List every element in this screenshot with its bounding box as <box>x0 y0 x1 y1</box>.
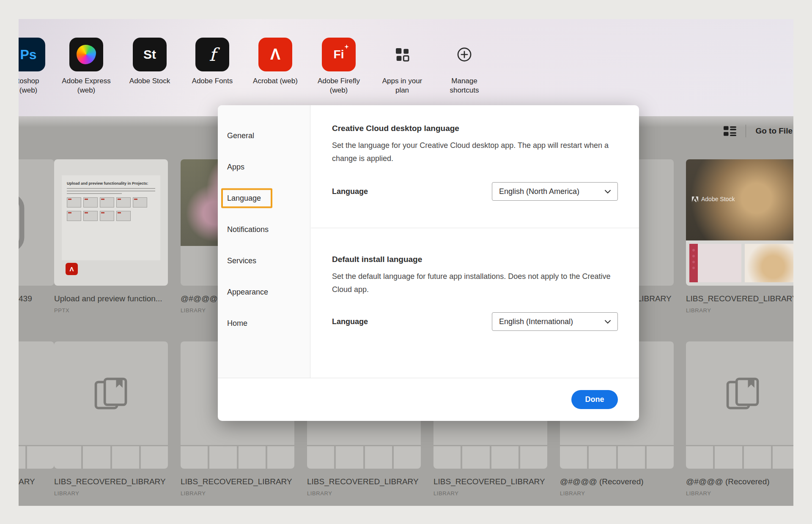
adobe-logo-icon <box>692 196 698 202</box>
library-card-cut-left[interactable]: 439 <box>19 159 54 303</box>
app-shortcuts-header: Ps toshop (web) Adobe Express (web) St A… <box>19 19 793 116</box>
acrobat-icon: Λ <box>258 38 292 71</box>
card-subtitle: LIBRARY <box>54 490 168 497</box>
library-toolbar: Go to File <box>724 124 793 138</box>
app-shortcut-adobe-stock[interactable]: St Adobe Stock <box>118 38 181 86</box>
firefly-star-icon <box>344 44 349 49</box>
photoshop-icon-label: Ps <box>20 47 36 63</box>
app-shortcut-adobe-firefly[interactable]: Fi Adobe Firefly (web) <box>307 38 370 95</box>
language-label: Language <box>332 187 368 196</box>
library-sub-thumbnails <box>686 240 793 286</box>
ui-screenshot-thumb <box>689 244 741 282</box>
adobe-stock-watermark: Adobe Stock <box>692 196 735 202</box>
section-title-install-language: Default install language <box>332 255 618 264</box>
plus-circle-icon <box>456 46 472 63</box>
desktop-language-dropdown[interactable]: English (North America) <box>492 182 618 201</box>
card-subtitle: LIBRARY <box>433 490 547 497</box>
dropdown-value: English (International) <box>499 317 573 326</box>
app-shortcut-label: Adobe Fonts <box>181 76 244 86</box>
adobe-stock-icon: St <box>133 38 167 71</box>
card-title: @#@@@ (Recovered) <box>686 477 793 486</box>
preview-heading: Upload and preview functionality in Proj… <box>67 181 155 186</box>
sidebar-item-notifications[interactable]: Notifications <box>218 214 310 245</box>
app-shortcut-acrobat-web[interactable]: Λ Acrobat (web) <box>244 38 307 86</box>
library-thumbnail <box>54 341 168 469</box>
install-language-field: Language English (International) <box>332 312 618 331</box>
app-shortcut-label: Adobe Firefly (web) <box>307 76 370 95</box>
lion-stock-photo: Adobe Stock <box>686 159 793 240</box>
section-description: Set the default language for future app … <box>332 270 615 296</box>
sidebar-item-home[interactable]: Home <box>218 308 310 339</box>
app-shortcut-label: Acrobat (web) <box>244 76 307 86</box>
fonts-icon-label: f <box>209 44 216 65</box>
dialog-footer: Done <box>218 378 639 421</box>
sidebar-item-language[interactable]: Language <box>218 183 310 214</box>
app-shortcut-label: Apps in your plan <box>370 76 434 95</box>
desktop-language-field: Language English (North America) <box>332 182 618 201</box>
sidebar-item-general[interactable]: General <box>218 120 310 151</box>
document-preview: Upload and preview functionality in Proj… <box>62 175 160 260</box>
app-shortcut-manage-shortcuts[interactable]: Manage shortcuts <box>433 38 496 95</box>
app-shortcut-adobe-fonts[interactable]: f Adobe Fonts <box>181 38 244 86</box>
app-shortcut-apps-in-plan[interactable]: Apps in your plan <box>370 38 434 95</box>
library-thumbnail <box>19 341 54 469</box>
sidebar-item-apps[interactable]: Apps <box>218 151 310 183</box>
settings-sidebar: General Apps Language Notifications Serv… <box>218 105 310 378</box>
apps-grid-icon <box>394 46 411 63</box>
stacked-pages-icon <box>92 374 131 413</box>
section-title-desktop-language: Creative Cloud desktop language <box>332 124 618 133</box>
sidebar-item-services[interactable]: Services <box>218 245 310 276</box>
card-title: 439 <box>19 294 54 303</box>
apps-grid-icon <box>385 38 419 71</box>
adobe-fonts-icon: f <box>195 38 229 71</box>
view-options-icon[interactable] <box>724 126 736 136</box>
library-card[interactable]: @#@@@ (Recovered) LIBRARY <box>686 341 793 497</box>
card-title: LIBS_RECOVERED_LIBRARY <box>54 477 168 486</box>
stacked-pages-icon <box>724 374 763 413</box>
adobe-firefly-icon: Fi <box>322 38 356 71</box>
card-title: LIBS_RECOVERED_LIBRARY <box>433 477 547 486</box>
section-description: Set the language for your Creative Cloud… <box>332 139 615 165</box>
plus-circle-icon <box>447 38 481 71</box>
done-button[interactable]: Done <box>571 390 618 409</box>
install-language-dropdown[interactable]: English (International) <box>492 312 618 331</box>
library-card-lion[interactable]: Adobe Stock LIBS_RECOVERED_LIBRARY LIBRA… <box>686 159 793 314</box>
card-title: LIBS_RECOVERED_LIBRARY <box>307 477 421 486</box>
app-shortcut-label: Adobe Stock <box>118 76 181 86</box>
section-divider <box>311 228 639 228</box>
acrobat-glyph-icon: Λ <box>270 46 280 63</box>
adobe-express-icon <box>69 38 103 71</box>
pdf-badge-icon: Λ <box>66 263 78 275</box>
card-title: ARY <box>19 477 54 486</box>
go-to-file-link[interactable]: Go to File <box>755 126 793 136</box>
empty-library-icon <box>19 191 27 254</box>
card-title: LIBS_RECOVERED_LIBRARY <box>686 294 793 303</box>
library-thumbnail: Upload and preview functionality in Proj… <box>54 159 168 286</box>
settings-dialog: General Apps Language Notifications Serv… <box>218 105 639 421</box>
firefly-icon-label: Fi <box>334 48 344 61</box>
library-thumbnail <box>686 341 793 469</box>
card-subtitle: PPTX <box>54 307 168 314</box>
app-shortcut-photoshop-web[interactable]: Ps toshop (web) <box>19 38 60 95</box>
stock-icon-label: St <box>143 47 156 62</box>
card-subtitle: LIBRARY <box>181 490 294 497</box>
card-title: @#@@@ (Recovered) <box>560 477 674 486</box>
card-subtitle: LIBRARY <box>307 490 421 497</box>
chevron-down-icon <box>605 320 611 324</box>
card-subtitle: LIBRARY <box>686 490 793 497</box>
sidebar-item-appearance[interactable]: Appearance <box>218 276 310 308</box>
card-title: LIBS_RECOVERED_LIBRARY <box>181 477 294 486</box>
library-card-upload-preview[interactable]: Upload and preview functionality in Proj… <box>54 159 168 314</box>
settings-content: Creative Cloud desktop language Set the … <box>311 105 639 378</box>
library-thumbnail <box>19 159 54 286</box>
language-label: Language <box>332 317 368 326</box>
kitten-photo-thumb <box>745 244 794 282</box>
app-shortcut-adobe-express[interactable]: Adobe Express (web) <box>55 38 118 95</box>
library-card[interactable]: LIBS_RECOVERED_LIBRARY LIBRARY <box>54 341 168 497</box>
library-card-cut-left[interactable]: ARY <box>19 341 54 486</box>
app-window: Ps toshop (web) Adobe Express (web) St A… <box>19 19 793 506</box>
card-subtitle: LIBRARY <box>560 490 674 497</box>
app-shortcut-label: toshop (web) <box>19 76 60 95</box>
card-title: Upload and preview function... <box>54 294 168 303</box>
creative-cloud-app: Ps toshop (web) Adobe Express (web) St A… <box>0 0 812 524</box>
